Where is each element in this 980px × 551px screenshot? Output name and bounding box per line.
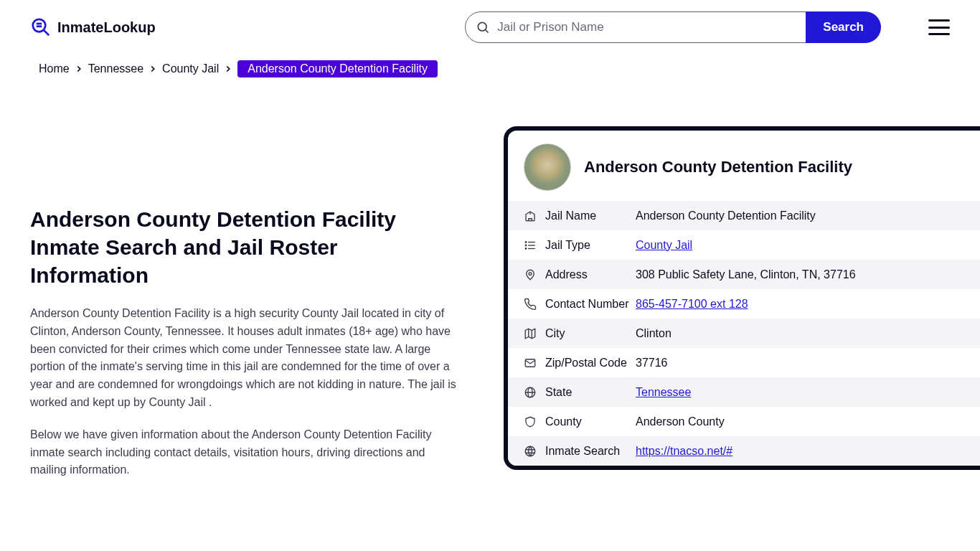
svg-point-13 [529,272,532,275]
facility-avatar [524,143,571,191]
info-label: Zip/Postal Code [545,357,636,369]
building-icon [524,209,537,222]
card-title: Anderson County Detention Facility [584,158,852,176]
info-value: 308 Public Safety Lane, Clinton, TN, 377… [636,268,856,281]
svg-point-21 [525,446,535,456]
svg-point-10 [525,241,527,242]
info-label: State [545,386,636,399]
map-icon [524,327,537,340]
search-button[interactable]: Search [806,11,881,43]
search-input[interactable] [497,20,796,34]
search-wrap [465,11,806,43]
card-header: Anderson County Detention Facility [508,131,980,201]
info-row: Jail NameAnderson County Detention Facil… [508,201,980,230]
info-row: Contact Number865-457-7100 ext 128 [508,289,980,319]
magnifier-doc-icon [30,17,52,38]
svg-line-1 [44,30,49,35]
chevron-right-icon [148,64,158,74]
web-icon [524,445,537,458]
breadcrumb-home[interactable]: Home [39,62,70,75]
search-form: Search [465,11,881,43]
info-link[interactable]: Tennessee [636,386,691,398]
info-label: Contact Number [545,298,636,311]
info-value: County Jail [636,239,692,252]
facility-info-card: Anderson County Detention Facility Jail … [504,126,980,470]
pin-icon [524,268,537,281]
intro-paragraph-2: Below we have given information about th… [30,426,461,479]
breadcrumb-state[interactable]: Tennessee [88,62,143,75]
info-link[interactable]: https://tnacso.net/# [636,445,732,457]
info-label: Address [545,268,636,281]
header: InmateLookup Search [0,0,980,55]
brand-logo[interactable]: InmateLookup [30,17,156,38]
info-value: Clinton [636,327,672,340]
info-value: 37716 [636,357,668,369]
info-row: StateTennessee [508,377,980,407]
chevron-right-icon [223,64,233,74]
info-value: https://tnacso.net/# [636,445,732,458]
hamburger-menu-icon[interactable] [928,19,950,35]
search-icon [476,20,490,34]
mail-icon [524,357,537,369]
breadcrumb-type[interactable]: County Jail [162,62,219,75]
info-label: Inmate Search [545,445,636,458]
info-label: Jail Type [545,239,636,252]
info-card-column: Anderson County Detention Facility Jail … [504,126,980,470]
phone-icon [524,298,537,311]
svg-line-5 [486,30,489,33]
info-row: CountyAnderson County [508,407,980,436]
info-link[interactable]: County Jail [636,239,692,251]
brand-name: InmateLookup [57,19,156,36]
info-row: Jail TypeCounty Jail [508,230,980,260]
info-value: Anderson County [636,415,725,428]
list-icon [524,239,537,252]
article-column: Anderson County Detention Facility Inmat… [30,126,461,494]
breadcrumb: Home Tennessee County Jail Anderson Coun… [0,55,980,83]
globe-icon [524,386,537,399]
page-title: Anderson County Detention Facility Inmat… [30,205,461,289]
info-row: Zip/Postal Code37716 [508,348,980,377]
main-content: Anderson County Detention Facility Inmat… [0,126,980,494]
info-label: Jail Name [545,209,636,222]
breadcrumb-current: Anderson County Detention Facility [237,60,438,77]
chevron-right-icon [74,64,84,74]
info-row: Inmate Searchhttps://tnacso.net/# [508,436,980,466]
shield-icon [524,415,537,428]
info-link[interactable]: 865-457-7100 ext 128 [636,298,748,310]
info-value: Tennessee [636,386,691,399]
info-row: CityClinton [508,319,980,348]
svg-point-4 [479,22,487,31]
svg-marker-14 [525,329,535,339]
svg-point-12 [525,248,527,249]
info-label: County [545,415,636,428]
svg-point-11 [525,245,527,246]
info-row: Address308 Public Safety Lane, Clinton, … [508,260,980,289]
info-value: Anderson County Detention Facility [636,209,816,222]
info-label: City [545,327,636,340]
info-value: 865-457-7100 ext 128 [636,298,748,311]
intro-paragraph-1: Anderson County Detention Facility is a … [30,305,461,412]
